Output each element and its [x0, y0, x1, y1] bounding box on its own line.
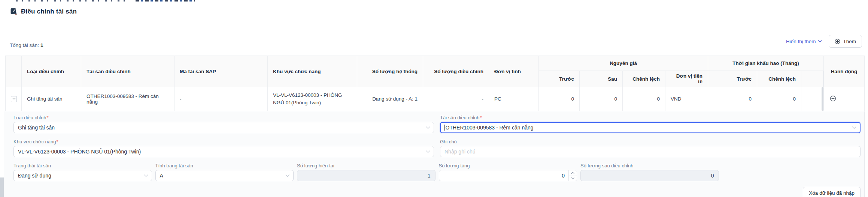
col-nguyen-gia-chenh-lech: Chênh lệch — [623, 71, 665, 87]
group-thoi-gian-khau-hao: Thời gian khấu hao (Tháng) — [708, 56, 824, 71]
tai-san-dieu-chinh-select[interactable]: OTHER1003-009583 - Rèm cản nắng — [440, 122, 861, 133]
so-luong-sau-dieu-chinh-input — [580, 170, 719, 181]
col-so-luong-dieu-chinh: Số lượng điều chỉnh — [423, 56, 489, 87]
text-caret — [444, 125, 445, 131]
step-up-icon[interactable] — [569, 170, 577, 176]
total-assets-value: 1 — [40, 42, 43, 48]
col-don-vi-tinh: Đơn vị tính — [489, 56, 539, 87]
so-luong-hien-tai-input — [297, 170, 435, 181]
chevron-down-icon — [818, 40, 822, 43]
form-footer: Xóa dữ liệu đã nhập — [13, 187, 861, 197]
field-khu-vuc-chuc-nang: Khu vực chức năng* VL-VL-V6123-00003 - P… — [13, 139, 434, 157]
cell-don-vi-tinh: PC — [489, 87, 539, 111]
collapse-row-button[interactable] — [11, 96, 17, 102]
chevron-down-icon — [285, 173, 290, 179]
table-row: Ghi tăng tài sản OTHER1003-009583 - Rèm … — [6, 87, 865, 111]
expand-cell — [6, 87, 22, 111]
field-tinh-trang-tai-san: Tình trạng tài sản A — [155, 163, 294, 181]
asset-adjust-icon: $ — [10, 8, 18, 15]
show-more-label: Hiển thị thêm — [786, 39, 816, 44]
tinh-trang-tai-san-select[interactable]: A — [155, 170, 294, 181]
asset-table: Loại điều chỉnh Tài sản điều chỉnh Mã tà… — [5, 56, 865, 111]
select-value: VL-VL-V6123-00003 - PHÒNG NGỦ 01(Phòng T… — [18, 149, 141, 155]
col-khu-vuc-chuc-nang: Khu vực chức năng — [268, 56, 357, 87]
cell-so-luong-dieu-chinh: - — [423, 87, 489, 111]
field-tai-san-dieu-chinh: Tài sản điều chỉnh* OTHER1003-009583 - R… — [440, 115, 861, 133]
khu-vuc-chuc-nang-select[interactable]: VL-VL-V6123-00003 - PHÒNG NGỦ 01(Phòng T… — [13, 146, 434, 157]
clear-data-button[interactable]: Xóa dữ liệu đã nhập — [803, 187, 861, 197]
required-asterisk: * — [57, 139, 58, 144]
show-more-link[interactable]: Hiển thị thêm — [786, 39, 822, 44]
total-assets: Tổng tài sản:1 — [10, 42, 43, 48]
so-luong-tang-input[interactable] — [439, 170, 577, 181]
step-down-icon[interactable] — [569, 176, 577, 181]
select-value: A — [160, 173, 163, 179]
col-ma-tai-san-sap: Mã tài sản SAP — [174, 56, 268, 87]
plus-circle-icon — [835, 39, 840, 44]
field-label: Trạng thái tài sản — [13, 163, 152, 168]
cell-loai-dieu-chinh: Ghi tăng tài sản — [22, 87, 81, 111]
col-khau-hao-chenh-lech: Chênh lệch — [757, 71, 801, 87]
field-label: Loại điều chỉnh* — [13, 115, 434, 120]
field-so-luong-tang: Số lượng tăng — [439, 163, 577, 181]
cell-don-vi-tien-te: VND — [665, 87, 708, 111]
cell-khu-vuc-chuc-nang: VL-VL-V6123-00003 - PHÒNG NGỦ 01(Phòng T… — [268, 87, 357, 111]
add-button[interactable]: Thêm — [829, 35, 862, 48]
col-tai-san-dieu-chinh: Tài sản điều chỉnh — [81, 56, 174, 87]
col-don-vi-tien-te: Đơn vị tiền tệ — [665, 71, 708, 87]
add-button-label: Thêm — [843, 39, 856, 44]
required-asterisk: * — [46, 115, 48, 120]
clipped-text-top — [136, 0, 195, 2]
field-label: Tài sản điều chỉnh* — [440, 115, 861, 120]
field-so-luong-hien-tai: Số lượng hiện tại — [297, 163, 435, 181]
loai-dieu-chinh-select[interactable]: Ghi tăng tài sản — [13, 122, 434, 133]
svg-text:$: $ — [15, 12, 17, 15]
cell-ma-tai-san-sap: - — [174, 87, 268, 111]
page-header: $ Điều chỉnh tài sản — [10, 8, 77, 15]
toolbar-right: Hiển thị thêm Thêm — [786, 35, 862, 48]
field-loai-dieu-chinh: Loại điều chỉnh* Ghi tăng tài sản — [13, 115, 434, 133]
scrollbar-thumb[interactable] — [0, 177, 4, 197]
field-trang-thai-tai-san: Trạng thái tài sản Đang sử dụng — [13, 163, 152, 181]
cell-so-luong-he-thong: Đang sử dụng - A: 1 — [357, 87, 423, 111]
col-scrollbar-spacer — [801, 71, 824, 87]
group-nguyen-gia: Nguyên giá — [539, 56, 708, 71]
total-assets-label: Tổng tài sản: — [10, 42, 39, 48]
field-label: Ghi chú — [440, 139, 861, 144]
field-label: Số lượng tăng — [439, 163, 577, 168]
select-value: Đang sử dụng — [18, 173, 51, 179]
ghi-chu-input[interactable] — [440, 146, 861, 157]
chevron-down-icon — [426, 149, 430, 155]
asset-adjustment-page: $ Điều chỉnh tài sản Tổng tài sản:1 Hiển… — [0, 0, 868, 197]
col-loai-dieu-chinh: Loại điều chỉnh — [22, 56, 81, 87]
cell-nguyen-gia-truoc: 0 — [539, 87, 580, 111]
trang-thai-tai-san-select[interactable]: Đang sử dụng — [13, 170, 152, 181]
cell-tai-san-dieu-chinh: OTHER1003-009583 - Rèm cản nắng — [81, 87, 174, 111]
table-vertical-scrollbar[interactable] — [822, 87, 823, 111]
col-so-luong-he-thong: Số lượng hệ thống — [357, 56, 423, 87]
expanded-row-form: Loại điều chỉnh* Ghi tăng tài sản Tài sả… — [4, 111, 865, 197]
cell-khau-hao-truoc: 0 — [708, 87, 757, 111]
col-nguyen-gia-truoc: Trước — [539, 71, 580, 87]
clipped-text-top — [16, 0, 128, 2]
cell-nguyen-gia-sau: 0 — [580, 87, 623, 111]
select-value: Ghi tăng tài sản — [18, 125, 55, 131]
field-label: Tình trạng tài sản — [155, 163, 294, 168]
field-empty — [722, 163, 861, 181]
cell-scrollbar-spacer — [801, 87, 824, 111]
field-label: Số lượng sau điều chỉnh — [580, 163, 719, 168]
required-asterisk: * — [480, 115, 482, 120]
remove-row-button[interactable] — [830, 95, 836, 102]
number-stepper[interactable] — [568, 170, 577, 181]
page-title: Điều chỉnh tài sản — [21, 8, 77, 15]
chevron-down-icon — [852, 125, 856, 131]
field-label: Khu vực chức năng* — [13, 139, 434, 144]
chevron-down-icon — [426, 125, 430, 131]
select-value: OTHER1003-009583 - Rèm cản nắng — [446, 125, 534, 131]
col-nguyen-gia-sau: Sau — [580, 71, 623, 87]
chevron-down-icon — [144, 173, 148, 179]
col-hanh-dong: Hành động — [824, 56, 865, 87]
cell-hanh-dong — [824, 87, 865, 111]
cell-nguyen-gia-chenh-lech: 0 — [623, 87, 665, 111]
field-so-luong-sau-dieu-chinh: Số lượng sau điều chỉnh — [580, 163, 719, 181]
